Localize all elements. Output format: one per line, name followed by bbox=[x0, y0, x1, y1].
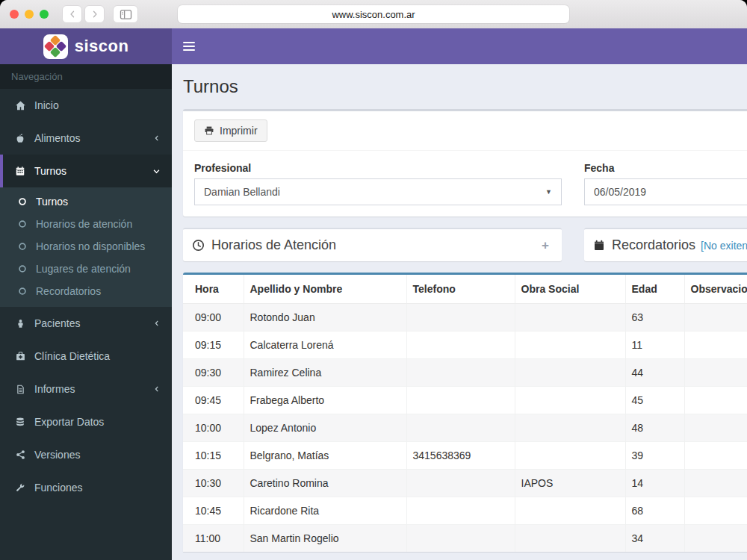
share-icon bbox=[14, 449, 26, 460]
table-cell: Belgrano, Matías bbox=[244, 442, 406, 470]
chevron-down-icon bbox=[152, 167, 161, 175]
recordatorios-panel-title: Recordatorios bbox=[612, 237, 695, 253]
sidebar-item-turnos[interactable]: Turnos bbox=[0, 155, 172, 187]
calendar-icon bbox=[14, 166, 26, 176]
table-row[interactable]: 09:00Rotondo Juan63 bbox=[183, 304, 747, 332]
table-cell: Ricardone Rita bbox=[244, 497, 406, 525]
submenu-item-label: Recordatorios bbox=[36, 285, 101, 297]
sidebar-item-label: Funciones bbox=[34, 482, 83, 494]
table-row[interactable]: 09:30Ramirez Celina44 bbox=[183, 359, 747, 387]
address-bar[interactable]: www.siscon.com.ar bbox=[178, 5, 569, 23]
medkit-icon bbox=[14, 351, 26, 361]
table-body: 09:00Rotondo Juan6309:15Calcaterra Loren… bbox=[183, 304, 747, 553]
chevron-right-icon bbox=[90, 10, 99, 19]
table-cell bbox=[684, 332, 747, 359]
table-row[interactable]: 09:15Calcaterra Lorená11 bbox=[183, 332, 747, 359]
submenu-item-horarios-no-disponibles[interactable]: Horarios no disponibles bbox=[0, 235, 172, 258]
sidebar-item-versiones[interactable]: Versiones bbox=[0, 438, 172, 471]
horarios-panel: Horarios de Atención + bbox=[183, 228, 562, 261]
chevron-left-icon bbox=[153, 134, 161, 142]
table-cell bbox=[406, 387, 515, 414]
print-button[interactable]: Imprimir bbox=[194, 119, 267, 142]
sidebar-item-label: Exportar Datos bbox=[34, 416, 104, 428]
sidebar-item-alimentos[interactable]: Alimentos bbox=[0, 122, 172, 155]
file-icon bbox=[14, 384, 26, 395]
print-button-label: Imprimir bbox=[220, 125, 258, 137]
minimize-button[interactable] bbox=[25, 10, 34, 19]
table-cell bbox=[684, 359, 747, 387]
topbar bbox=[172, 28, 747, 64]
circle-icon bbox=[16, 287, 28, 296]
table-cell: 09:45 bbox=[183, 387, 244, 414]
table-cell: 39 bbox=[625, 442, 684, 470]
column-header: Obra Social bbox=[515, 275, 625, 304]
table-cell bbox=[515, 497, 625, 525]
url-text: www.siscon.com.ar bbox=[332, 9, 415, 20]
back-button[interactable] bbox=[62, 5, 82, 23]
sidebar-item-informes[interactable]: Informes bbox=[0, 373, 172, 405]
table-row[interactable]: 11:00San Martin Rogelio34 bbox=[183, 525, 747, 553]
table-cell bbox=[406, 497, 515, 525]
sidebar-item-exportar-datos[interactable]: Exportar Datos bbox=[0, 405, 172, 438]
circle-icon bbox=[16, 197, 28, 206]
table-row[interactable]: 10:30Caretino RominaIAPOS14 bbox=[183, 470, 747, 497]
sidebar-item-clinica-dietetica[interactable]: Clínica Dietética bbox=[0, 340, 172, 373]
table-cell: IAPOS bbox=[515, 470, 625, 497]
zoom-button[interactable] bbox=[40, 10, 49, 19]
horarios-panel-title: Horarios de Atención bbox=[211, 237, 336, 253]
sidebar-panel-icon bbox=[120, 9, 132, 20]
table-row[interactable]: 09:45Frabega Alberto45 bbox=[183, 387, 747, 414]
sidebar-item-label: Turnos bbox=[34, 165, 66, 177]
table-cell: 68 bbox=[625, 497, 684, 525]
submenu-item-recordatorios[interactable]: Recordatorios bbox=[0, 280, 172, 302]
table-row[interactable]: 10:45Ricardone Rita68 bbox=[183, 497, 747, 525]
chevron-left-icon bbox=[153, 320, 161, 327]
submenu-item-horarios-de-atencion[interactable]: Horarios de atención bbox=[0, 213, 172, 235]
sidebar-panel-button[interactable] bbox=[113, 5, 138, 23]
table-cell: Caretino Romina bbox=[244, 470, 406, 497]
appointments-table: HoraApellido y NombreTelefonoObra Social… bbox=[183, 275, 747, 552]
sidebar-item-label: Informes bbox=[34, 383, 75, 395]
table-cell: 10:45 bbox=[183, 497, 244, 525]
table-cell: 48 bbox=[625, 414, 684, 442]
table-cell bbox=[515, 414, 625, 442]
no-reminders-link[interactable]: [No exiten recordatorios] bbox=[701, 240, 747, 252]
submenu-item-label: Horarios no disponibles bbox=[36, 240, 145, 252]
submenu-item-lugares-de-atencion[interactable]: Lugares de atención bbox=[0, 258, 172, 280]
sidebar-item-pacientes[interactable]: Pacientes bbox=[0, 307, 172, 340]
date-input[interactable] bbox=[584, 178, 747, 205]
submenu-item-turnos[interactable]: Turnos bbox=[0, 190, 172, 213]
sidebar-item-inicio[interactable]: Inicio bbox=[0, 89, 172, 122]
submenu-item-label: Horarios de atención bbox=[36, 218, 132, 230]
printer-icon bbox=[204, 125, 214, 136]
table-cell: 09:00 bbox=[183, 304, 244, 332]
sidebar-toggle-button[interactable] bbox=[172, 28, 206, 64]
table-cell: 09:15 bbox=[183, 332, 244, 359]
table-cell: 3415638369 bbox=[406, 442, 515, 470]
sidebar-item-label: Pacientes bbox=[34, 317, 80, 329]
column-header: Observaciones bbox=[684, 275, 747, 304]
forward-button[interactable] bbox=[84, 5, 105, 23]
calendar-icon bbox=[593, 239, 605, 252]
expand-button[interactable]: + bbox=[538, 238, 553, 253]
table-cell bbox=[515, 387, 625, 414]
table-row[interactable]: 10:15Belgrano, Matías341563836939 bbox=[183, 442, 747, 470]
sidebar-item-funciones[interactable]: Funciones bbox=[0, 471, 172, 504]
select-caret-icon: ▼ bbox=[545, 188, 552, 196]
table-cell bbox=[515, 332, 625, 359]
table-cell bbox=[406, 470, 515, 497]
professional-select[interactable]: Damian Bellandi ▼ bbox=[194, 178, 562, 205]
table-cell bbox=[684, 525, 747, 553]
table-cell: 11 bbox=[625, 332, 684, 359]
sidebar-section-label: Navegación bbox=[0, 64, 172, 89]
table-row[interactable]: 10:00Lopez Antonio48 bbox=[183, 414, 747, 442]
siscon-logo[interactable]: siscon bbox=[0, 28, 172, 64]
table-cell: 45 bbox=[625, 387, 684, 414]
professional-label: Profesional bbox=[194, 162, 562, 174]
circle-icon bbox=[16, 242, 28, 251]
table-cell: 10:15 bbox=[183, 442, 244, 470]
table-cell: Frabega Alberto bbox=[244, 387, 406, 414]
table-cell: Rotondo Juan bbox=[244, 304, 406, 332]
close-button[interactable] bbox=[10, 10, 19, 19]
appointments-panel: HoraApellido y NombreTelefonoObra Social… bbox=[183, 273, 747, 552]
